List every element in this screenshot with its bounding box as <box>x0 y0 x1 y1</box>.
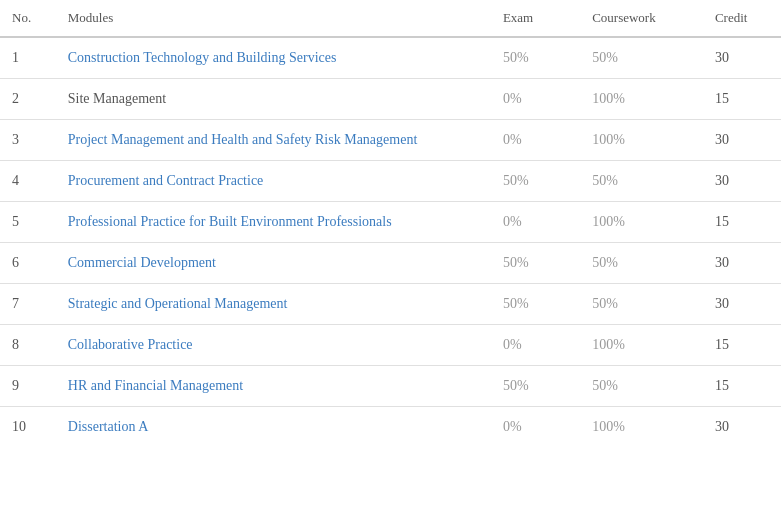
module-link[interactable]: Project Management and Health and Safety… <box>68 132 418 147</box>
cell-module[interactable]: Construction Technology and Building Ser… <box>56 37 491 79</box>
cell-no: 1 <box>0 37 56 79</box>
cell-exam: 0% <box>491 325 580 366</box>
table-row: 10Dissertation A0%100%30 <box>0 407 781 448</box>
table-row: 7Strategic and Operational Management50%… <box>0 284 781 325</box>
cell-coursework: 100% <box>580 120 703 161</box>
cell-exam: 50% <box>491 284 580 325</box>
cell-coursework: 50% <box>580 366 703 407</box>
cell-no: 6 <box>0 243 56 284</box>
cell-coursework: 100% <box>580 407 703 448</box>
table-row: 3Project Management and Health and Safet… <box>0 120 781 161</box>
cell-coursework: 50% <box>580 243 703 284</box>
module-link[interactable]: Dissertation A <box>68 419 149 434</box>
cell-exam: 0% <box>491 79 580 120</box>
cell-coursework: 100% <box>580 79 703 120</box>
cell-credit: 15 <box>703 202 781 243</box>
cell-module: Site Management <box>56 79 491 120</box>
module-link[interactable]: Strategic and Operational Management <box>68 296 288 311</box>
cell-coursework: 50% <box>580 37 703 79</box>
cell-credit: 30 <box>703 284 781 325</box>
cell-coursework: 100% <box>580 202 703 243</box>
module-link[interactable]: Construction Technology and Building Ser… <box>68 50 337 65</box>
cell-exam: 50% <box>491 37 580 79</box>
table-row: 2Site Management0%100%15 <box>0 79 781 120</box>
cell-module[interactable]: Commercial Development <box>56 243 491 284</box>
cell-no: 10 <box>0 407 56 448</box>
cell-module[interactable]: Procurement and Contract Practice <box>56 161 491 202</box>
cell-credit: 15 <box>703 366 781 407</box>
cell-no: 4 <box>0 161 56 202</box>
col-header-exam: Exam <box>491 0 580 37</box>
col-header-modules: Modules <box>56 0 491 37</box>
col-header-credit: Credit <box>703 0 781 37</box>
cell-credit: 30 <box>703 120 781 161</box>
module-link[interactable]: Collaborative Practice <box>68 337 193 352</box>
modules-table-container: No. Modules Exam Coursework Credit 1Cons… <box>0 0 781 447</box>
cell-module[interactable]: Professional Practice for Built Environm… <box>56 202 491 243</box>
cell-no: 7 <box>0 284 56 325</box>
cell-coursework: 50% <box>580 284 703 325</box>
cell-no: 9 <box>0 366 56 407</box>
module-link[interactable]: HR and Financial Management <box>68 378 243 393</box>
cell-module[interactable]: HR and Financial Management <box>56 366 491 407</box>
cell-credit: 30 <box>703 161 781 202</box>
cell-module[interactable]: Collaborative Practice <box>56 325 491 366</box>
cell-exam: 0% <box>491 202 580 243</box>
col-header-coursework: Coursework <box>580 0 703 37</box>
cell-module[interactable]: Strategic and Operational Management <box>56 284 491 325</box>
cell-no: 8 <box>0 325 56 366</box>
table-row: 8Collaborative Practice0%100%15 <box>0 325 781 366</box>
header-row: No. Modules Exam Coursework Credit <box>0 0 781 37</box>
col-header-no: No. <box>0 0 56 37</box>
cell-coursework: 50% <box>580 161 703 202</box>
cell-credit: 30 <box>703 37 781 79</box>
cell-exam: 50% <box>491 366 580 407</box>
cell-no: 3 <box>0 120 56 161</box>
table-header: No. Modules Exam Coursework Credit <box>0 0 781 37</box>
cell-exam: 50% <box>491 243 580 284</box>
cell-no: 5 <box>0 202 56 243</box>
cell-credit: 15 <box>703 325 781 366</box>
cell-no: 2 <box>0 79 56 120</box>
table-row: 9HR and Financial Management50%50%15 <box>0 366 781 407</box>
cell-module[interactable]: Dissertation A <box>56 407 491 448</box>
module-link[interactable]: Professional Practice for Built Environm… <box>68 214 392 229</box>
cell-exam: 0% <box>491 407 580 448</box>
cell-module[interactable]: Project Management and Health and Safety… <box>56 120 491 161</box>
table-row: 6Commercial Development50%50%30 <box>0 243 781 284</box>
cell-exam: 50% <box>491 161 580 202</box>
cell-credit: 30 <box>703 243 781 284</box>
cell-exam: 0% <box>491 120 580 161</box>
table-row: 5Professional Practice for Built Environ… <box>0 202 781 243</box>
cell-credit: 30 <box>703 407 781 448</box>
cell-credit: 15 <box>703 79 781 120</box>
module-link[interactable]: Procurement and Contract Practice <box>68 173 264 188</box>
table-row: 4Procurement and Contract Practice50%50%… <box>0 161 781 202</box>
table-body: 1Construction Technology and Building Se… <box>0 37 781 447</box>
table-row: 1Construction Technology and Building Se… <box>0 37 781 79</box>
cell-coursework: 100% <box>580 325 703 366</box>
modules-table: No. Modules Exam Coursework Credit 1Cons… <box>0 0 781 447</box>
module-link[interactable]: Commercial Development <box>68 255 216 270</box>
